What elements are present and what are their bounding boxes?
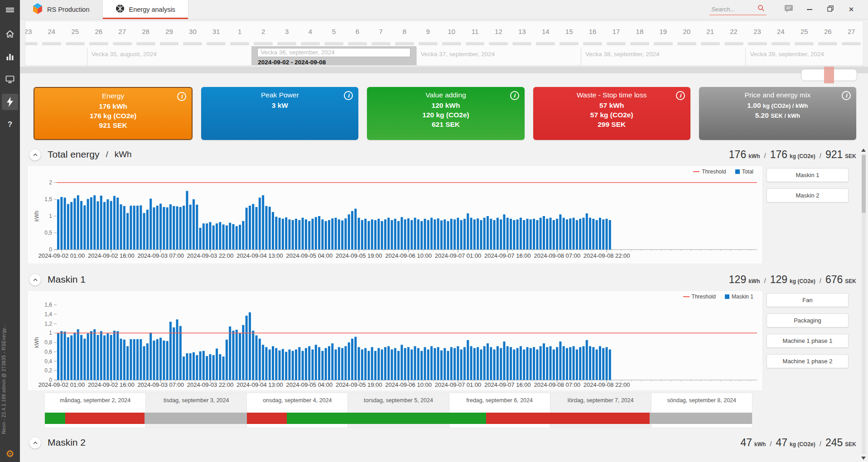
bar[interactable] — [586, 340, 588, 380]
status-segment-red[interactable] — [486, 413, 650, 424]
bar[interactable] — [193, 352, 195, 380]
timeline-day[interactable]: 25 — [792, 28, 816, 35]
bar[interactable] — [338, 347, 340, 380]
timeline-position-marker[interactable] — [824, 67, 834, 83]
bar[interactable] — [259, 197, 261, 250]
bar[interactable] — [483, 218, 486, 250]
bar[interactable] — [259, 339, 261, 380]
bar[interactable] — [477, 218, 479, 250]
bar[interactable] — [275, 217, 277, 250]
bar[interactable] — [335, 218, 337, 250]
bar[interactable] — [444, 348, 446, 380]
bar[interactable] — [97, 335, 99, 380]
bar[interactable] — [176, 207, 178, 250]
bar[interactable] — [533, 347, 535, 380]
bar[interactable] — [457, 346, 459, 380]
bar[interactable] — [400, 345, 403, 380]
bar[interactable] — [232, 331, 235, 380]
bar[interactable] — [573, 346, 575, 380]
settings-gear-button[interactable]: ⚙ — [0, 448, 20, 459]
bar[interactable] — [550, 218, 552, 250]
bar[interactable] — [298, 220, 300, 250]
bar[interactable] — [156, 206, 159, 250]
bar[interactable] — [520, 346, 522, 380]
status-segment-red[interactable] — [65, 413, 145, 424]
bar[interactable] — [246, 316, 248, 380]
status-segment-gray[interactable] — [145, 413, 247, 424]
bar[interactable] — [609, 220, 611, 250]
bar[interactable] — [513, 220, 515, 250]
bar[interactable] — [583, 346, 585, 380]
bar[interactable] — [331, 343, 333, 380]
bar[interactable] — [387, 346, 390, 380]
bar[interactable] — [140, 339, 142, 380]
bar[interactable] — [292, 220, 294, 250]
timeline-day[interactable]: 6 — [346, 28, 369, 35]
bar[interactable] — [57, 199, 59, 250]
bar[interactable] — [331, 218, 333, 250]
info-icon[interactable]: i — [842, 91, 851, 100]
bar[interactable] — [497, 218, 499, 250]
bar[interactable] — [404, 348, 406, 380]
timeline-day[interactable]: 1 — [228, 28, 251, 35]
bar[interactable] — [97, 201, 99, 250]
bar[interactable] — [110, 335, 112, 380]
bar[interactable] — [275, 348, 277, 380]
bar[interactable] — [73, 198, 76, 250]
timeline-scrollbar[interactable] — [20, 67, 868, 73]
bar[interactable] — [159, 204, 162, 250]
bar[interactable] — [153, 341, 155, 380]
bar[interactable] — [239, 333, 241, 380]
sidebar-item-home[interactable] — [2, 26, 18, 42]
timeline-day[interactable]: 26 — [87, 28, 111, 35]
timeline-day[interactable]: 14 — [534, 28, 557, 35]
bar[interactable] — [540, 346, 542, 380]
bar[interactable] — [173, 206, 175, 250]
bar[interactable] — [460, 220, 463, 250]
bar[interactable] — [506, 218, 509, 250]
bar[interactable] — [490, 219, 492, 250]
filter-button-maskin-2[interactable]: Maskin 2 — [767, 188, 849, 202]
bar[interactable] — [533, 219, 535, 250]
bar[interactable] — [73, 332, 76, 380]
bar[interactable] — [229, 223, 231, 250]
bar[interactable] — [196, 355, 198, 380]
bar[interactable] — [179, 207, 182, 250]
close-button[interactable]: ✕ — [841, 0, 862, 19]
bar[interactable] — [335, 350, 337, 380]
timeline-day[interactable]: 29 — [158, 28, 181, 35]
bar[interactable] — [602, 219, 604, 250]
bar[interactable] — [367, 221, 370, 250]
bar[interactable] — [189, 205, 192, 250]
bar[interactable] — [463, 347, 466, 380]
bar[interactable] — [123, 206, 125, 250]
bar[interactable] — [559, 342, 561, 380]
maskin1-chart[interactable]: 00,20,40,60,811,21,41,6kWh2024-09-02 01:… — [28, 303, 762, 389]
bar[interactable] — [246, 208, 248, 250]
bar[interactable] — [361, 220, 363, 250]
status-segment-green[interactable] — [45, 413, 65, 424]
bar[interactable] — [133, 206, 135, 250]
bar[interactable] — [60, 197, 63, 250]
timeline-day[interactable]: 20 — [675, 28, 699, 35]
bar[interactable] — [450, 347, 453, 380]
bar[interactable] — [400, 217, 403, 250]
bar[interactable] — [288, 219, 290, 250]
bar[interactable] — [279, 351, 281, 380]
bar[interactable] — [93, 195, 96, 250]
timeline-day[interactable]: 28 — [134, 28, 158, 35]
bar[interactable] — [229, 327, 231, 380]
timeline-day[interactable]: 18 — [628, 28, 651, 35]
bar[interactable] — [463, 219, 466, 250]
bar[interactable] — [199, 228, 202, 250]
filter-button-machine-1-phase-1[interactable]: Machine 1 phase 1 — [767, 334, 849, 348]
bar[interactable] — [308, 221, 310, 250]
bar[interactable] — [305, 219, 307, 250]
bar[interactable] — [563, 346, 565, 380]
bar[interactable] — [315, 345, 317, 380]
bar[interactable] — [583, 218, 585, 250]
search-icon[interactable] — [757, 5, 765, 14]
bar[interactable] — [546, 347, 548, 380]
timeline-day[interactable]: 26 — [816, 28, 839, 35]
bar[interactable] — [397, 351, 400, 380]
